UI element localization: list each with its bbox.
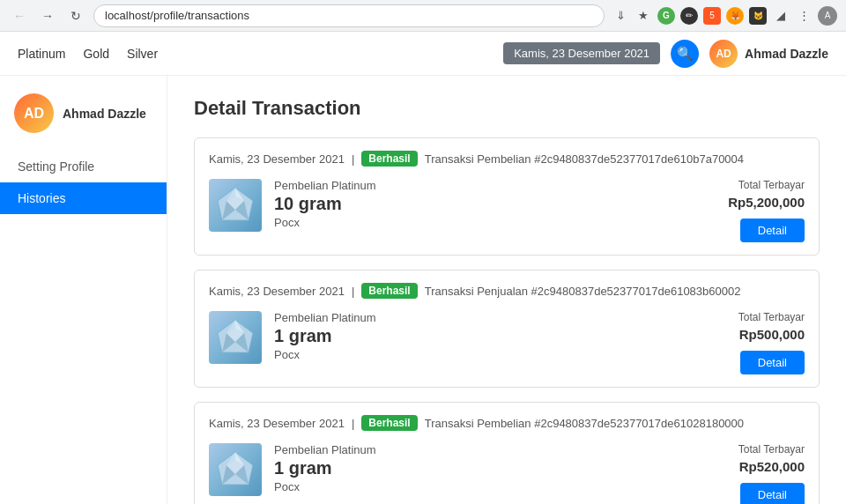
transaction-date: Kamis, 23 Desember 2021 <box>209 152 345 166</box>
transactions-list: Kamis, 23 Desember 2021 | Berhasil Trans… <box>194 137 820 504</box>
status-badge: Berhasil <box>361 283 417 299</box>
back-button[interactable]: ← <box>9 5 30 26</box>
nav-links: Platinum Gold Silver <box>18 47 158 61</box>
search-button[interactable]: 🔍 <box>671 40 699 68</box>
bookmark-icon[interactable]: ★ <box>634 7 652 25</box>
transaction-date: Kamis, 23 Desember 2021 <box>209 285 345 298</box>
sidebar-item-histories[interactable]: Histories <box>0 182 167 214</box>
sidebar: AD Ahmad Dazzle Setting Profile Historie… <box>0 76 167 504</box>
user-section: AD Ahmad Dazzle <box>709 40 828 68</box>
puzzle-icon[interactable]: ◢ <box>772 7 790 25</box>
card-header: Kamis, 23 Desember 2021 | Berhasil Trans… <box>209 283 805 299</box>
total-label: Total Terbayar <box>738 311 805 323</box>
product-type: Pembelian Platinum <box>274 179 376 192</box>
page-title: Detail Transaction <box>194 97 820 120</box>
url-bar[interactable]: localhost/profile/transactions <box>93 4 605 27</box>
transaction-date: Kamis, 23 Desember 2021 <box>209 417 345 430</box>
product-type: Pembelian Platinum <box>274 311 376 324</box>
card-left: Pembelian Platinum 1 gram Pocx <box>209 443 376 496</box>
product-weight: 10 gram <box>274 194 376 214</box>
card-body: Pembelian Platinum 1 gram Pocx Total Ter… <box>209 311 805 374</box>
extension-icon-2[interactable]: ✏ <box>680 7 698 25</box>
nav-silver[interactable]: Silver <box>127 47 158 61</box>
total-amount: Rp5,200,000 <box>728 195 805 210</box>
card-left: Pembelian Platinum 10 gram Pocx <box>209 179 376 232</box>
detail-button[interactable]: Detail <box>740 219 805 242</box>
app-navbar: Platinum Gold Silver Kamis, 23 Desember … <box>0 32 846 76</box>
transaction-type: Transaksi Penjualan #2c9480837de52377017… <box>425 285 741 298</box>
sidebar-profile: AD Ahmad Dazzle <box>0 93 167 151</box>
status-badge: Berhasil <box>361 151 417 167</box>
reload-button[interactable]: ↻ <box>65 5 86 26</box>
sidebar-avatar: AD <box>14 93 54 133</box>
product-image <box>209 179 262 232</box>
product-name: Pocx <box>274 480 376 493</box>
browser-icons: ⇓ ★ G ✏ 5 🦊 🐱 ◢ ⋮ A <box>612 6 837 26</box>
extension-icon-4[interactable]: 🦊 <box>726 7 744 25</box>
product-image <box>209 443 262 496</box>
transaction-type: Transaksi Pembelian #2c9480837de52377017… <box>425 417 744 430</box>
total-label: Total Terbayar <box>728 179 805 191</box>
product-weight: 1 gram <box>274 458 376 478</box>
product-info: Pembelian Platinum 1 gram Pocx <box>274 443 376 493</box>
date-badge: Kamis, 23 Desember 2021 <box>503 42 660 64</box>
card-body: Pembelian Platinum 1 gram Pocx Total Ter… <box>209 443 805 504</box>
download-icon[interactable]: ⇓ <box>612 7 629 25</box>
nav-right: Kamis, 23 Desember 2021 🔍 AD Ahmad Dazzl… <box>503 40 828 68</box>
product-weight: 1 gram <box>274 326 376 346</box>
url-text: localhost/profile/transactions <box>105 9 249 22</box>
transaction-card: Kamis, 23 Desember 2021 | Berhasil Trans… <box>194 137 820 256</box>
total-label: Total Terbayar <box>738 443 805 456</box>
detail-button[interactable]: Detail <box>740 351 805 374</box>
transaction-type: Transaksi Pembelian #2c9480837de52377017… <box>425 152 744 166</box>
platinum-gem-icon <box>213 183 257 227</box>
detail-button[interactable]: Detail <box>740 483 805 504</box>
product-type: Pembelian Platinum <box>274 443 376 456</box>
extension-icon-5[interactable]: 🐱 <box>749 7 767 25</box>
nav-gold[interactable]: Gold <box>83 47 109 61</box>
total-amount: Rp500,000 <box>738 327 805 342</box>
extension-icon-1[interactable]: G <box>657 7 675 25</box>
user-name: Ahmad Dazzle <box>745 47 828 61</box>
content-area: Detail Transaction Kamis, 23 Desember 20… <box>167 76 846 504</box>
browser-profile-avatar[interactable]: A <box>818 6 837 26</box>
card-left: Pembelian Platinum 1 gram Pocx <box>209 311 376 364</box>
product-info: Pembelian Platinum 1 gram Pocx <box>274 311 376 361</box>
card-right: Total Terbayar Rp500,000 Detail <box>738 311 805 374</box>
product-name: Pocx <box>274 348 376 361</box>
forward-button[interactable]: → <box>37 5 58 26</box>
sidebar-menu: Setting Profile Histories <box>0 151 167 214</box>
product-image <box>209 311 262 364</box>
sidebar-username: Ahmad Dazzle <box>63 107 146 121</box>
total-amount: Rp520,000 <box>738 459 805 474</box>
transaction-card: Kamis, 23 Desember 2021 | Berhasil Trans… <box>194 270 820 388</box>
platinum-gem-icon <box>213 448 257 492</box>
status-badge: Berhasil <box>361 415 417 431</box>
main-container: AD Ahmad Dazzle Setting Profile Historie… <box>0 76 846 504</box>
card-right: Total Terbayar Rp520,000 Detail <box>738 443 805 504</box>
card-body: Pembelian Platinum 10 gram Pocx Total Te… <box>209 179 805 242</box>
card-right: Total Terbayar Rp5,200,000 Detail <box>728 179 805 242</box>
browser-chrome: ← → ↻ localhost/profile/transactions ⇓ ★… <box>0 0 846 32</box>
product-info: Pembelian Platinum 10 gram Pocx <box>274 179 376 229</box>
sidebar-item-setting-profile[interactable]: Setting Profile <box>0 151 167 182</box>
extension-icon-3[interactable]: 5 <box>703 7 721 25</box>
product-name: Pocx <box>274 216 376 229</box>
card-header: Kamis, 23 Desember 2021 | Berhasil Trans… <box>209 415 805 431</box>
platinum-gem-icon <box>213 315 257 359</box>
transaction-card: Kamis, 23 Desember 2021 | Berhasil Trans… <box>194 402 820 504</box>
menu-dots-icon[interactable]: ⋮ <box>795 7 813 25</box>
nav-platinum[interactable]: Platinum <box>18 47 65 61</box>
card-header: Kamis, 23 Desember 2021 | Berhasil Trans… <box>209 151 805 167</box>
user-avatar: AD <box>709 40 738 68</box>
